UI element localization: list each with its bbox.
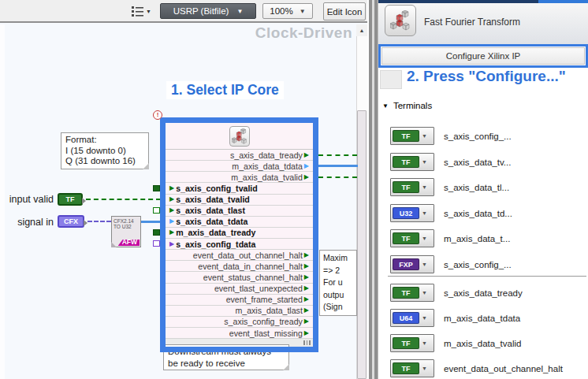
execution-target-value: USRP (Bitfile) [173,6,229,16]
node-terminal-label: s_axis_data_tready [230,150,303,160]
view-list-button[interactable]: ▼ [132,4,155,18]
node-terminal-label: event_data_in_channel_halt [198,262,303,271]
node-terminal-s_axis_config_tdata[interactable]: ▶s_axis_config_tdata [166,239,313,250]
connector-nub-icon [82,198,86,204]
datatype-badge: TF [393,287,419,299]
panel-splitter[interactable] [367,0,378,379]
blue-arrow-icon: ▶ [304,163,309,169]
chevron-down-icon: ▼ [236,8,243,15]
configure-xilinx-ip-button[interactable]: Configure Xilinx IP [381,47,585,65]
node-terminal-s_axis_config_tready[interactable]: s_axis_config_tready▶ [166,317,313,328]
converter-fold [111,242,117,247]
terminal-name: s_axis_config_... [444,132,512,141]
node-terminal-event_data_out_channel_halt[interactable]: event_data_out_channel_halt▶ [166,250,313,261]
terminal-row: FXP▼s_axis_config_... [390,255,512,273]
node-terminal-event_frame_started[interactable]: event_frame_started▶ [166,295,313,306]
node-terminal-m_axis_data_tready[interactable]: ▶m_axis_data_tready [166,228,313,239]
node-terminal-m_axis_data_tvalid[interactable]: m_axis_data_tvalid▶ [166,172,313,183]
node-terminal-event_data_in_channel_halt[interactable]: event_data_in_channel_halt▶ [166,261,313,272]
terminal-type-dropdown[interactable]: TF▼ [390,359,434,377]
input-valid-label: input valid [0,194,54,205]
node-terminal-event_tlast_unexpected[interactable]: event_tlast_unexpected▶ [166,284,313,295]
node-terminal-s_axis_data_tvalid[interactable]: ▶s_axis_data_tvalid [166,195,313,206]
node-terminal-label: event_status_channel_halt [203,273,303,282]
terminal-type-dropdown[interactable]: TF▼ [390,153,434,171]
terminal-row: TF▼m_axis_data_tvalid [390,334,521,352]
terminals-section-header[interactable]: ▼ Terminals [382,101,432,110]
node-terminal-m_axis_data_tlast[interactable]: m_axis_data_tlast▶ [166,306,313,317]
connector-nub-icon [84,220,87,226]
green-arrow-icon: ▶ [304,318,309,325]
tready-constant[interactable] [153,229,160,236]
green-arrow-icon: ▶ [169,196,174,203]
green-arrow-icon: ▶ [304,307,309,314]
node-terminal-label: s_axis_config_tdata [176,240,255,249]
fft-icon-button[interactable] [385,5,416,36]
node-terminal-event_tlast_missing[interactable]: event_tlast_missing▶ [166,328,313,339]
green-arrow-icon: ▶ [304,263,309,269]
scrollbar-thumb[interactable] [357,110,367,379]
green-arrow-icon: ▶ [304,152,309,158]
terminal-name: m_axis_data_t... [444,234,510,243]
node-terminal-event_status_channel_halt[interactable]: event_status_channel_halt▶ [166,272,313,283]
node-terminal-s_axis_data_tdata[interactable]: ▶s_axis_data_tdata [166,217,313,228]
config-tvalid-constant[interactable] [153,185,160,191]
clipped-comment[interactable]: Maxim => 2 For u outpu (Sign [319,250,357,316]
terminal-type-dropdown[interactable]: U64▼ [390,309,434,327]
datatype-badge: FXP [393,258,419,270]
green-arrow-icon: ▶ [304,174,309,180]
terminal-name: m_axis_data_tdata [444,314,520,323]
terminal-name: s_axis_config_... [444,260,512,269]
node-terminal-m_axis_data_tdata[interactable]: m_axis_data_tdata▶ [166,161,313,172]
signal-in-cfx-control[interactable]: CFX [58,215,84,228]
scrollbar-up-arrow[interactable]: ▲ [356,24,367,36]
signal-in-label: signal in [0,217,54,228]
zoom-level-value: 100% [270,6,292,16]
node-terminal-label: m_axis_data_tdata [232,162,303,171]
green-arrow-icon: ▶ [169,207,174,214]
terminal-row: TF▼s_axis_config_... [390,127,512,145]
view-list-icon [132,6,144,17]
terminal-type-dropdown[interactable]: FXP▼ [390,255,434,273]
fpga-editor-window: ▼ USRP (Bitfile) ▼ 100% ▼ Edit Icon Cloc… [0,0,588,379]
chevron-down-icon: ▼ [422,236,427,241]
terminal-row: U32▼s_axis_data_td... [390,204,512,222]
datatype-badge: TF [393,130,419,142]
terminal-type-dropdown[interactable]: TF▼ [390,229,434,247]
downstream-comment[interactable]: Downstream must always be ready to recei… [163,344,289,370]
step2-annotation: 2. Press "Configure..." [404,68,568,87]
cfx-to-u32-converter-node[interactable]: CFX2.14 TO U32 AFW [111,216,141,247]
chevron-down-icon: ▼ [422,159,427,165]
config-tdata-terminal[interactable] [153,240,160,247]
terminal-type-dropdown[interactable]: TF▼ [390,178,434,196]
node-terminal-label: event_tlast_missing [229,329,303,338]
terminal-name: s_axis_data_tready [444,288,523,298]
terminal-type-dropdown[interactable]: TF▼ [390,284,434,302]
execution-target-dropdown[interactable]: USRP (Bitfile) ▼ [160,3,256,19]
error-badge-icon[interactable]: ! [153,110,162,120]
node-terminal-s_axis_data_tlast[interactable]: ▶s_axis_data_tlast [166,206,313,217]
node-terminal-label: event_frame_started [226,295,303,304]
datatype-badge: TF [393,362,419,374]
datatype-badge: U32 [393,207,419,219]
edit-icon-button[interactable]: Edit Icon [323,2,366,20]
input-valid-boolean-control[interactable]: TF [58,193,83,206]
terminal-row: TF▼s_axis_data_tready [390,284,523,302]
node-terminal-label: m_axis_data_tvalid [231,173,303,182]
fft-ip-node[interactable]: s_axis_data_tready▶m_axis_data_tdata▶m_a… [166,123,313,347]
terminal-type-dropdown[interactable]: TF▼ [390,127,434,145]
zoom-level-dropdown[interactable]: 100% ▼ [262,3,313,19]
terminal-type-dropdown[interactable]: TF▼ [390,334,434,352]
grip-icon [303,340,311,345]
green-arrow-icon: ▶ [304,330,309,336]
xilinx-ip-cube-icon [390,10,411,31]
node-terminal-s_axis_config_tvalid[interactable]: ▶s_axis_config_tvalid [166,183,313,194]
node-terminal-s_axis_data_tready[interactable]: s_axis_data_tready▶ [166,150,313,161]
data-tlast-terminal[interactable] [153,207,160,214]
terminal-type-dropdown[interactable]: U32▼ [390,204,434,222]
green-arrow-icon: ▶ [304,252,309,258]
format-comment[interactable]: Format: I (15 downto 0) Q (31 downto 16) [61,132,149,169]
xilinx-ip-cube-icon [229,126,250,147]
node-terminal-label: event_data_out_channel_halt [193,251,303,260]
chevron-down-icon: ▼ [146,9,151,14]
